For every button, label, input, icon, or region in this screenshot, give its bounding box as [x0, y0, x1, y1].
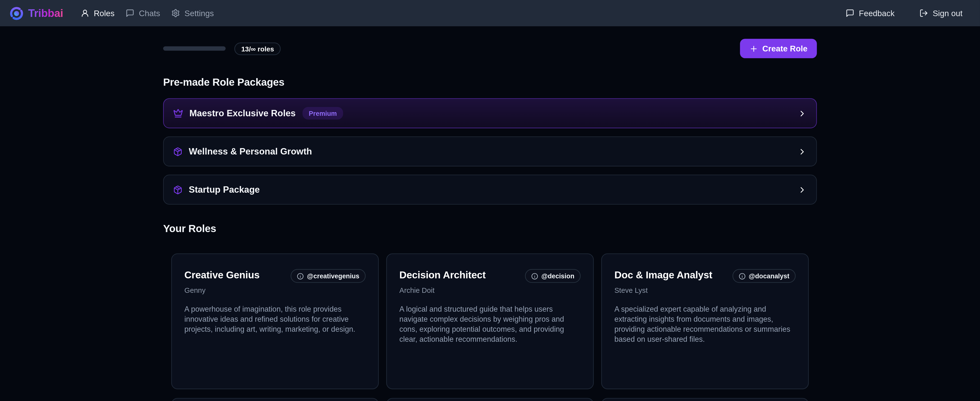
role-card-creative-genius[interactable]: Creative Genius @creativegenius Genny A …: [171, 253, 379, 389]
sign-out-label: Sign out: [932, 8, 963, 18]
role-description: A logical and structured guide that help…: [399, 305, 581, 345]
app: Tribbai Roles Chats Settings: [0, 0, 980, 401]
roles-count-badge: 13/∞ roles: [234, 42, 281, 55]
nav-item-settings[interactable]: Settings: [170, 6, 215, 20]
role-description: A specialized expert capable of analyzin…: [614, 305, 795, 345]
role-title: Creative Genius: [185, 269, 260, 281]
tribbai-logo-icon: [9, 6, 24, 20]
nav-right: Feedback Sign out: [845, 6, 964, 20]
role-title: Doc & Image Analyst: [614, 269, 712, 281]
roles-usage-progressbar: [163, 46, 226, 51]
chat-bubble-icon: [126, 9, 134, 18]
premade-packages-heading: Pre-made Role Packages: [163, 77, 817, 88]
role-handle: @decision: [541, 272, 574, 280]
premium-badge: Premium: [302, 107, 343, 120]
brand[interactable]: Tribbai: [9, 6, 63, 20]
chevron-right-icon: [798, 109, 807, 118]
role-description: A powerhouse of imagination, this role p…: [185, 305, 366, 335]
your-roles-heading: Your Roles: [163, 223, 817, 235]
feedback-label: Feedback: [859, 8, 895, 18]
nav-item-label: Roles: [94, 8, 115, 18]
logout-icon: [920, 9, 928, 18]
package-label: Wellness & Personal Growth: [189, 146, 312, 157]
role-handle: @creativegenius: [307, 272, 360, 280]
usage-row: 13/∞ roles Create Role: [163, 39, 817, 58]
nav-item-label: Chats: [139, 8, 160, 18]
nav-item-label: Settings: [185, 8, 214, 18]
role-cards-grid: Creative Genius @creativegenius Genny A …: [163, 253, 817, 389]
info-icon: [531, 273, 538, 280]
brand-name: Tribbai: [28, 6, 63, 20]
user-icon: [81, 9, 89, 18]
role-subtitle: Archie Doit: [399, 287, 581, 294]
role-handle-badge[interactable]: @creativegenius: [291, 269, 366, 283]
chevron-right-icon: [798, 147, 807, 156]
feedback-button[interactable]: Feedback: [845, 6, 896, 20]
role-card-partial[interactable]: [386, 398, 594, 401]
card-header: Creative Genius @creativegenius: [185, 269, 366, 283]
package-icon: [173, 185, 182, 194]
sign-out-button[interactable]: Sign out: [918, 6, 964, 20]
role-subtitle: Steve Lyst: [614, 287, 795, 294]
info-icon: [739, 273, 746, 280]
nav-items: Roles Chats Settings: [80, 6, 215, 20]
package-row-maestro[interactable]: Maestro Exclusive Roles Premium: [163, 98, 817, 128]
main-content: 13/∞ roles Create Role Pre-made Role Pac…: [163, 39, 817, 401]
role-title: Decision Architect: [399, 269, 485, 281]
card-header: Decision Architect @decision: [399, 269, 581, 283]
package-list: Maestro Exclusive Roles Premium Wellness…: [163, 98, 817, 204]
chevron-right-icon: [798, 185, 807, 194]
package-icon: [173, 147, 182, 156]
role-card-partial[interactable]: [171, 398, 379, 401]
plus-icon: [749, 44, 758, 53]
create-role-button[interactable]: Create Role: [740, 39, 817, 58]
role-subtitle: Genny: [185, 287, 366, 294]
package-row-startup[interactable]: Startup Package: [163, 174, 817, 204]
role-card-doc-image-analyst[interactable]: Doc & Image Analyst @docanalyst Steve Ly…: [601, 253, 809, 389]
package-row-wellness[interactable]: Wellness & Personal Growth: [163, 136, 817, 166]
chat-bubble-icon: [846, 9, 854, 18]
create-role-label: Create Role: [762, 44, 808, 53]
card-header: Doc & Image Analyst @docanalyst: [614, 269, 795, 283]
package-label: Maestro Exclusive Roles: [189, 108, 296, 118]
crown-icon: [173, 108, 183, 118]
nav-item-chats[interactable]: Chats: [124, 6, 161, 20]
role-handle: @docanalyst: [749, 272, 789, 280]
gear-icon: [172, 9, 180, 18]
package-label: Startup Package: [189, 185, 260, 195]
top-nav: Tribbai Roles Chats Settings: [0, 0, 980, 26]
role-handle-badge[interactable]: @decision: [525, 269, 581, 283]
role-card-partial[interactable]: [601, 398, 809, 401]
info-icon: [297, 273, 304, 280]
role-handle-badge[interactable]: @docanalyst: [733, 269, 795, 283]
role-cards-grid-partial: [163, 398, 817, 401]
role-card-decision-architect[interactable]: Decision Architect @decision Archie Doit…: [386, 253, 594, 389]
nav-item-roles[interactable]: Roles: [80, 6, 116, 20]
